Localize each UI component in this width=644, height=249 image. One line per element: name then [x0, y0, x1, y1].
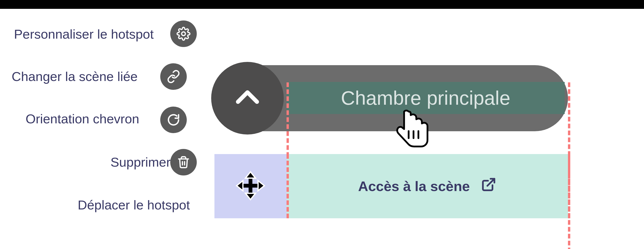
svg-point-0	[182, 32, 185, 36]
dash-line	[568, 154, 570, 218]
chevron-up-icon	[231, 81, 264, 115]
canvas-inner: Personnaliser le hotspot Changer la scèn…	[0, 9, 644, 249]
trash-icon	[177, 156, 190, 169]
change-linked-scene-button[interactable]	[160, 63, 187, 90]
scene-access-link[interactable]: Accès à la scène	[286, 154, 568, 218]
scene-access-panel: Accès à la scène	[214, 154, 568, 218]
label-change-scene: Changer la scène liée	[12, 69, 138, 84]
hotspot-title: Chambre principale	[286, 82, 565, 114]
dash-line	[286, 82, 289, 164]
label-delete: Supprimer	[110, 154, 170, 170]
label-move-hotspot: Déplacer le hotspot	[78, 197, 190, 212]
scene-access-label: Accès à la scène	[358, 178, 470, 194]
canvas: Personnaliser le hotspot Changer la scèn…	[0, 0, 644, 249]
external-link-icon	[481, 177, 496, 195]
orientation-chevron-button[interactable]	[160, 107, 187, 133]
chevron-circle[interactable]	[211, 62, 284, 134]
dash-line	[286, 154, 289, 218]
label-orientation: Orientation chevron	[26, 111, 139, 126]
move-hotspot-handle[interactable]	[214, 154, 286, 218]
link-icon	[167, 70, 180, 83]
svg-line-16	[488, 179, 494, 186]
gear-icon	[176, 27, 190, 41]
label-personalize: Personnaliser le hotspot	[14, 27, 154, 42]
delete-hotspot-button[interactable]	[170, 149, 197, 175]
personalize-hotspot-button[interactable]	[170, 21, 197, 47]
rotate-icon	[167, 113, 180, 127]
hotspot-pill[interactable]: Chambre principale	[214, 65, 568, 131]
move-icon	[235, 171, 266, 202]
